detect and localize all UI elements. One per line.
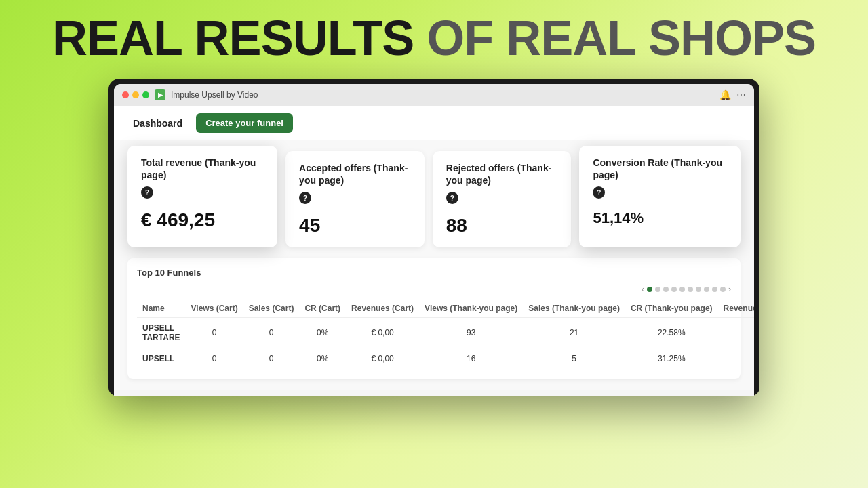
page-dot-4[interactable] <box>671 287 677 292</box>
stat-value-1: 45 <box>299 215 411 237</box>
col-sales-thankyou: Sales (Thank-you page) <box>523 300 625 318</box>
stat-title-1: Accepted offers (Thank-you page) <box>299 162 411 186</box>
stat-title-3: Conversion Rate (Thank-you page) <box>593 157 727 181</box>
cell-name-1: UPSELL <box>137 348 186 369</box>
pagination-dots: ‹ › <box>137 285 731 294</box>
dot-minimize[interactable] <box>132 92 139 98</box>
bell-icon[interactable]: 🔔 <box>719 89 731 100</box>
cell-sales-thankyou-0: 21 <box>523 318 625 348</box>
stat-help-0[interactable]: ? <box>141 186 153 199</box>
headline-separator: OF <box>414 11 506 65</box>
app-title: Impulse Upsell by Video <box>171 90 714 100</box>
next-page-button[interactable]: › <box>728 285 731 294</box>
cell-cr-thankyou-0: 22.58% <box>625 318 718 348</box>
cell-cr-cart-0: 0% <box>299 318 346 348</box>
cell-views-cart-0: 0 <box>186 318 243 348</box>
cell-revenues-0 <box>718 318 754 348</box>
table-body: UPSELL TARTARE 0 0 0% € 0,00 93 21 22.58… <box>137 318 754 369</box>
col-revenues: Revenues <box>718 300 754 318</box>
cell-views-cart-1: 0 <box>186 348 243 369</box>
cell-revenues-cart-0: € 0,00 <box>346 318 419 348</box>
cell-revenues-1 <box>718 348 754 369</box>
cell-name-0: UPSELL TARTARE <box>137 318 186 348</box>
col-views-thankyou: Views (Thank-you page) <box>419 300 523 318</box>
cell-sales-thankyou-1: 5 <box>523 348 625 369</box>
stat-card-conversion: Conversion Rate (Thank-you page) ? 51,14… <box>579 146 741 247</box>
col-name: Name <box>137 300 186 318</box>
cell-cr-cart-1: 0% <box>299 348 346 369</box>
table-section: Top 10 Funnels ‹ › <box>127 258 741 379</box>
stat-value-3: 51,14% <box>593 209 727 227</box>
page-dot-10[interactable] <box>720 287 726 292</box>
stat-card-accepted: Accepted offers (Thank-you page) ? 45 <box>285 151 425 247</box>
prev-page-button[interactable]: ‹ <box>642 285 644 294</box>
cell-views-thankyou-1: 16 <box>419 348 523 369</box>
page-dot-1[interactable] <box>647 287 652 292</box>
create-funnel-button[interactable]: Create your funnel <box>196 113 293 133</box>
table-row: UPSELL 0 0 0% € 0,00 16 5 31.25% <box>137 348 754 369</box>
page-dot-8[interactable] <box>704 287 709 292</box>
stat-card-total-revenue: Total revenue (Thank-you page) ? € 469,2… <box>127 146 277 247</box>
nav-bar: Dashboard Create your funnel <box>114 106 754 140</box>
col-cr-thankyou: CR (Thank-you page) <box>625 300 718 318</box>
app-icon: ▶ <box>155 89 165 100</box>
stat-value-2: 88 <box>446 215 558 237</box>
stat-title-2: Rejected offers (Thank-you page) <box>446 162 558 186</box>
headline-light: REAL SHOPS <box>506 11 816 65</box>
cell-views-thankyou-0: 93 <box>419 318 523 348</box>
dot-close[interactable] <box>122 92 129 98</box>
browser-window: ▶ Impulse Upsell by Video 🔔 ⋯ Dashboard … <box>114 84 754 396</box>
page-dot-3[interactable] <box>663 287 669 292</box>
col-sales-cart: Sales (Cart) <box>243 300 300 318</box>
page-dot-9[interactable] <box>712 287 717 292</box>
table-title: Top 10 Funnels <box>137 268 731 278</box>
col-cr-cart: CR (Cart) <box>299 300 346 318</box>
funnels-table: Name Views (Cart) Sales (Cart) CR (Cart)… <box>137 300 754 369</box>
page-dot-2[interactable] <box>655 287 660 292</box>
main-content: Total revenue (Thank-you page) ? € 469,2… <box>114 140 754 390</box>
stat-help-3[interactable]: ? <box>593 186 605 199</box>
browser-chrome: ▶ Impulse Upsell by Video 🔔 ⋯ <box>114 84 754 106</box>
page-dot-6[interactable] <box>688 287 693 292</box>
cell-revenues-cart-1: € 0,00 <box>346 348 419 369</box>
table-header-row: Name Views (Cart) Sales (Cart) CR (Cart)… <box>137 300 754 318</box>
stat-help-1[interactable]: ? <box>299 192 311 204</box>
headline: REAL RESULTS OF REAL SHOPS <box>52 14 816 62</box>
dot-maximize[interactable] <box>142 92 149 98</box>
more-icon[interactable]: ⋯ <box>736 89 746 100</box>
stat-value-0: € 469,25 <box>141 209 264 231</box>
stats-row: Total revenue (Thank-you page) ? € 469,2… <box>127 151 741 247</box>
col-views-cart: Views (Cart) <box>186 300 243 318</box>
cell-sales-cart-0: 0 <box>243 318 300 348</box>
cell-cr-thankyou-1: 31.25% <box>625 348 718 369</box>
cell-sales-cart-1: 0 <box>243 348 300 369</box>
stat-help-2[interactable]: ? <box>446 192 458 204</box>
device-frame: ▶ Impulse Upsell by Video 🔔 ⋯ Dashboard … <box>108 79 760 396</box>
headline-bold: REAL RESULTS <box>52 11 414 65</box>
table-row: UPSELL TARTARE 0 0 0% € 0,00 93 21 22.58… <box>137 318 754 348</box>
stat-card-rejected: Rejected offers (Thank-you page) ? 88 <box>433 151 572 247</box>
browser-dots <box>122 92 149 98</box>
browser-actions: 🔔 ⋯ <box>719 89 746 100</box>
col-revenues-cart: Revenues (Cart) <box>346 300 419 318</box>
nav-dashboard[interactable]: Dashboard <box>127 115 188 131</box>
page-dot-5[interactable] <box>679 287 685 292</box>
page-dot-7[interactable] <box>696 287 701 292</box>
stat-title-0: Total revenue (Thank-you page) <box>141 157 264 181</box>
